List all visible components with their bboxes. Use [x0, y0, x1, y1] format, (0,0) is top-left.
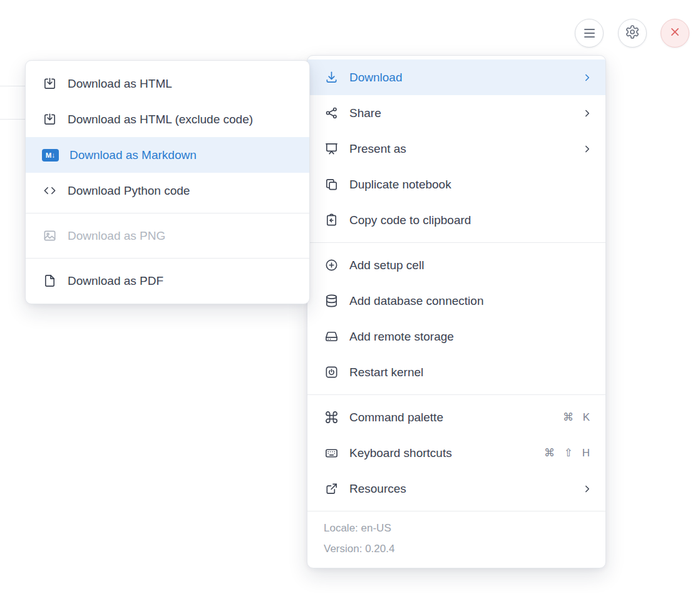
- menu-item-add-database-connection[interactable]: Add database connection: [307, 283, 605, 319]
- download-box-icon: [42, 112, 57, 127]
- menu-item-label: Resources: [349, 482, 571, 496]
- menu-footer: Locale: en-US Version: 0.20.4: [307, 511, 605, 568]
- external-link-icon: [324, 481, 339, 496]
- cell-border-fragment-bottom: [0, 119, 25, 120]
- menu-item-label: Download as HTML: [68, 77, 297, 91]
- chevron-right-icon: [582, 72, 593, 83]
- submenu-item-download-python-code[interactable]: Download Python code: [26, 173, 309, 208]
- submenu-item-download-as-markdown[interactable]: M↓ Download as Markdown: [26, 137, 309, 173]
- hamburger-menu-icon: [584, 29, 595, 38]
- menu-item-label: Download: [349, 71, 571, 85]
- menu-item-duplicate-notebook[interactable]: Duplicate notebook: [307, 167, 605, 202]
- submenu-item-download-as-html[interactable]: Download as HTML: [26, 66, 309, 101]
- menu-item-label: Keyboard shortcuts: [349, 446, 533, 460]
- menu-item-resources[interactable]: Resources: [307, 471, 605, 506]
- hamburger-menu-button[interactable]: [575, 19, 604, 48]
- menu-item-label: Copy code to clipboard: [349, 213, 593, 227]
- command-icon: [324, 410, 339, 425]
- notebook-actions-menu: Download Share Present as Duplicate note…: [307, 55, 606, 568]
- download-box-icon: [42, 76, 57, 91]
- menu-item-add-setup-cell[interactable]: Add setup cell: [307, 247, 605, 283]
- shortcut-hint: ⌘ ⇧ H: [544, 446, 593, 459]
- menu-item-present-as[interactable]: Present as: [307, 131, 605, 167]
- share-icon: [324, 106, 339, 121]
- chevron-right-icon: [582, 483, 593, 495]
- shortcut-hint: ⌘ K: [563, 411, 593, 424]
- duplicate-icon: [324, 177, 339, 192]
- menu-item-label: Restart kernel: [349, 366, 593, 379]
- menu-item-keyboard-shortcuts[interactable]: Keyboard shortcuts ⌘ ⇧ H: [307, 435, 605, 471]
- menu-item-label: Present as: [349, 142, 571, 156]
- menu-item-command-palette[interactable]: Command palette ⌘ K: [307, 399, 605, 435]
- plus-circle-icon: [324, 258, 339, 273]
- keyboard-icon: [324, 446, 339, 461]
- menu-item-label: Add database connection: [349, 294, 593, 308]
- menu-separator: [307, 242, 605, 243]
- clipboard-copy-icon: [324, 213, 339, 228]
- menu-separator: [26, 258, 309, 259]
- menu-item-share[interactable]: Share: [307, 95, 605, 131]
- power-icon: [324, 365, 339, 380]
- menu-separator: [307, 394, 605, 395]
- chevron-right-icon: [582, 108, 593, 119]
- version-text: Version: 0.20.4: [324, 538, 589, 559]
- menu-item-label: Download as Markdown: [69, 148, 297, 162]
- menu-item-label: Download Python code: [68, 184, 297, 198]
- close-icon: [668, 25, 682, 41]
- menu-item-add-remote-storage[interactable]: Add remote storage: [307, 319, 605, 354]
- settings-button[interactable]: [618, 19, 647, 48]
- submenu-item-download-as-png[interactable]: Download as PNG: [26, 218, 309, 254]
- menu-item-label: Share: [349, 106, 571, 120]
- download-submenu: Download as HTML Download as HTML (exclu…: [25, 60, 310, 304]
- menu-item-label: Duplicate notebook: [349, 178, 593, 192]
- menu-separator: [26, 213, 309, 213]
- download-icon: [324, 70, 339, 85]
- gear-icon: [625, 24, 640, 42]
- menu-item-restart-kernel[interactable]: Restart kernel: [307, 354, 605, 390]
- menu-item-label: Add setup cell: [349, 259, 593, 272]
- locale-text: Locale: en-US: [324, 518, 589, 538]
- menu-item-label: Download as PNG: [68, 229, 297, 243]
- menu-item-download[interactable]: Download: [307, 59, 605, 95]
- menu-item-label: Add remote storage: [349, 330, 593, 344]
- markdown-icon: M↓: [42, 149, 59, 162]
- hard-drive-icon: [324, 329, 339, 344]
- close-button[interactable]: [661, 19, 689, 48]
- chevron-right-icon: [582, 143, 593, 155]
- menu-item-label: Command palette: [349, 411, 552, 424]
- menu-item-copy-code[interactable]: Copy code to clipboard: [307, 202, 605, 238]
- database-icon: [324, 294, 339, 309]
- submenu-item-download-as-html-exclude-code[interactable]: Download as HTML (exclude code): [26, 101, 309, 137]
- presentation-icon: [324, 141, 339, 157]
- menu-item-label: Download as HTML (exclude code): [68, 113, 297, 126]
- submenu-item-download-as-pdf[interactable]: Download as PDF: [26, 263, 309, 299]
- code-icon: [42, 183, 57, 198]
- cell-border-fragment-top: [0, 86, 25, 86]
- image-icon: [42, 228, 57, 244]
- menu-item-label: Download as PDF: [68, 274, 297, 288]
- file-icon: [42, 274, 57, 289]
